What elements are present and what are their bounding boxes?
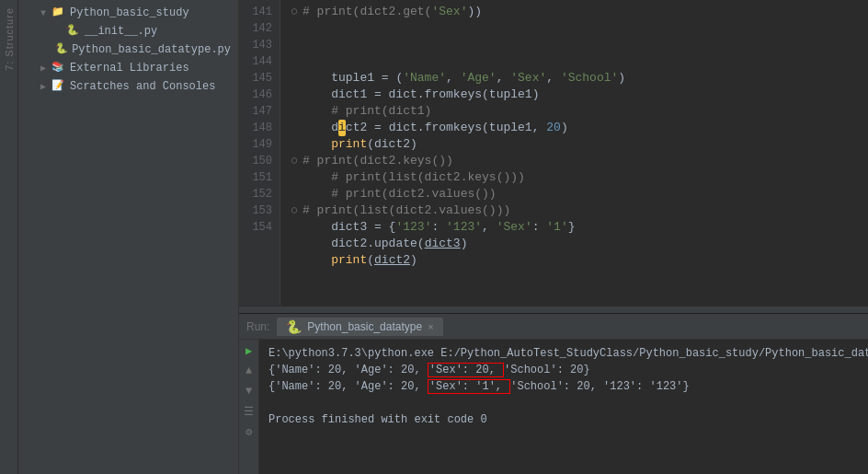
console-line-2: {'Name': 20, 'Age': 20, 'Sex': '1', 'Sch… [268, 378, 859, 395]
highlight-sex-1: 'Sex': '1', [428, 379, 510, 394]
line-num-154: 154 [239, 219, 272, 236]
sidebar-tree: ▼ 📁 Python_basic_study 🐍 __init__.py 🐍 P… [18, 0, 238, 474]
sidebar-item-label: External Libraries [70, 62, 189, 75]
code-punc: , [446, 70, 461, 87]
sidebar-item-label: Python_basic_study [70, 6, 189, 19]
code-punc-152c: : [532, 219, 547, 236]
line-num-142: 142 [239, 20, 272, 37]
run-tab-bar: Run: 🐍 Python_basic_datatype × [239, 314, 868, 340]
code-var-153b: dict3 [425, 236, 461, 252]
code-punc-152d: } [568, 219, 576, 236]
horizontal-scrollbar[interactable] [239, 306, 868, 313]
line-num-145: 145 [239, 70, 272, 87]
fold-icon-150 [291, 186, 303, 202]
code-line-146: dict2 = dict.fromkeys(tuple1, 20) [291, 120, 857, 136]
code-comment-151: # print(list(dict2.values())) [303, 202, 510, 219]
structure-tab-label[interactable]: 7: Structure [4, 7, 15, 71]
line-num-150: 150 [239, 153, 272, 169]
code-string: 'Sex' [431, 4, 467, 20]
code-line-143: tuple1 = ('Name', 'Age', 'Sex', 'School'… [291, 70, 857, 87]
code-line-147: print(dict2) [291, 136, 857, 153]
code-punc-146: ) [561, 120, 568, 136]
arrow-icon: ▼ [40, 8, 51, 18]
code-comment-148: # print(dict2.keys()) [303, 153, 453, 169]
settings-button[interactable]: ⚙ [242, 424, 257, 439]
fold-icon-154 [291, 252, 303, 269]
fold-icon-152 [291, 219, 303, 236]
code-punc-153: ) [461, 236, 468, 252]
line-num-144: 144 [239, 53, 272, 70]
scroll-down-button[interactable]: ▼ [242, 384, 257, 399]
code-line-151: ◯ # print(list(dict2.values())) [291, 202, 857, 219]
code-punc-152b: , [482, 219, 497, 236]
code-var: )) [467, 4, 482, 20]
arrow-scratch: ▶ [40, 81, 51, 92]
code-line-148: ◯ # print(dict2.keys()) [291, 153, 857, 169]
run-tab-label: Python_basic_datatype [307, 320, 422, 333]
sidebar-item-datatype[interactable]: 🐍 Python_basic_datatype.py [18, 40, 238, 59]
fold-icon-149 [291, 169, 303, 186]
code-punc2: , [497, 70, 511, 87]
code-str-152b: '123' [446, 219, 482, 236]
code-var-153a: dict2.update( [303, 236, 425, 252]
code-comment-145: # print(dict1) [303, 103, 431, 120]
fold-icon[interactable]: ◯ [291, 4, 303, 20]
code-line-154: print(dict2) [291, 252, 857, 269]
sidebar-item-scratches[interactable]: ▶ 📝 Scratches and Consoles [18, 77, 238, 96]
code-line-145: # print(dict1) [291, 103, 857, 120]
code-comment-150: # print(dict2.values()) [303, 186, 497, 202]
code-punc-152a: : [431, 219, 446, 236]
code-punc-147: (dict2) [367, 136, 417, 153]
fold-icon-empty2 [291, 70, 303, 87]
run-button[interactable]: ▶ [242, 343, 257, 358]
sidebar: ▼ 📁 Python_basic_study 🐍 __init__.py 🐍 P… [18, 0, 239, 474]
fold-icon-148[interactable]: ◯ [291, 153, 303, 169]
line-num-143: 143 [239, 37, 272, 53]
code-str-152c: 'Sex' [497, 219, 532, 236]
line-num-152: 152 [239, 186, 272, 202]
code-area[interactable]: ◯ # print(dict2.get('Sex')) tuple1 = ('N… [280, 0, 868, 306]
fold-icon-153 [291, 236, 303, 252]
wrap-button[interactable]: ☰ [242, 404, 257, 419]
run-tab[interactable]: 🐍 Python_basic_datatype × [277, 318, 442, 336]
line-num-147: 147 [239, 103, 272, 120]
fold-icon-147 [291, 136, 303, 153]
code-comment: # print(dict2.get( [303, 4, 431, 20]
line-num-141: 141 [239, 4, 272, 20]
console-line-exit: Process finished with exit code 0 [268, 411, 859, 428]
code-str1: 'Name' [403, 70, 446, 87]
code-line-150: # print(dict2.values()) [291, 186, 857, 202]
folder-icon: 📁 [51, 6, 66, 20]
line-num-153: 153 [239, 202, 272, 219]
code-var-146b: ct2 = dict.fromkeys(tuple1, [346, 120, 546, 136]
cursor-char: i [338, 120, 346, 136]
console-line-1: {'Name': 20, 'Age': 20, 'Sex': 20, 'Scho… [268, 362, 859, 378]
sidebar-item-python-basic-study[interactable]: ▼ 📁 Python_basic_study [18, 4, 238, 22]
code-var: tuple1 = ( [303, 70, 403, 87]
code-str2: 'Age' [461, 70, 497, 87]
sidebar-item-label: Python_basic_datatype.py [72, 43, 231, 56]
fold-icon-151[interactable]: ◯ [291, 202, 303, 219]
code-fn-154: print [303, 252, 367, 269]
code-line-141: ◯ # print(dict2.get('Sex')) [291, 4, 857, 20]
code-str-152a: '123' [395, 219, 431, 236]
py-icon: 🐍 [66, 24, 81, 39]
console-output: E:\python3.7.3\python.exe E:/Python_Auto… [259, 340, 868, 474]
bottom-content: ▶ ▲ ▼ ☰ ⚙ E:\python3.7.3\python.exe E:/P… [239, 340, 868, 474]
sidebar-item-init[interactable]: 🐍 __init__.py [18, 22, 238, 40]
scroll-up-button[interactable]: ▲ [242, 364, 257, 378]
line-num-151: 151 [239, 169, 272, 186]
code-var-154: dict2 [374, 252, 410, 269]
console-line-blank [268, 395, 859, 411]
close-tab-button[interactable]: × [428, 321, 433, 332]
main-content: 141 142 143 144 145 146 147 148 149 150 … [239, 0, 868, 474]
line-num-149: 149 [239, 136, 272, 153]
fold-icon-146 [291, 120, 303, 136]
fold-icon-145 [291, 103, 303, 120]
run-tab-icon: 🐍 [286, 319, 302, 334]
fold-icon-empty [291, 37, 303, 53]
sidebar-item-label: Scratches and Consoles [70, 80, 215, 93]
scratch-icon: 📝 [51, 79, 66, 94]
sidebar-item-ext-libraries[interactable]: ▶ 📚 External Libraries [18, 59, 238, 77]
lib-icon: 📚 [51, 61, 66, 75]
